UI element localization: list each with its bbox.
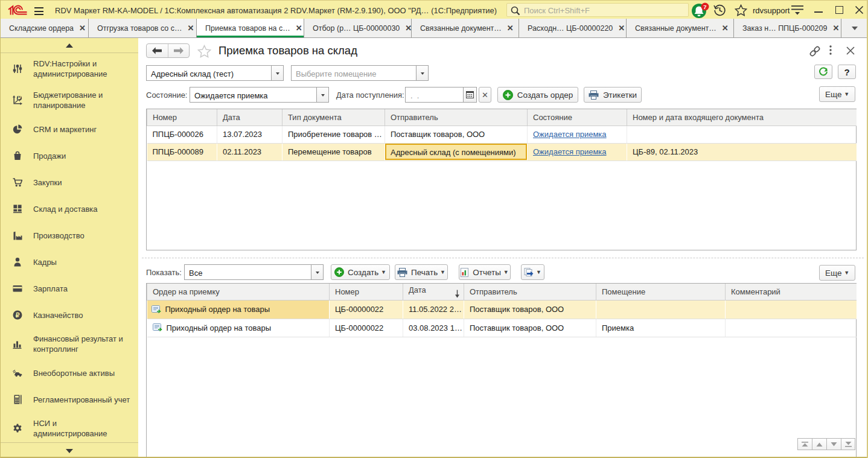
svg-text:₽: ₽ — [16, 311, 20, 319]
svg-text:₽: ₽ — [18, 95, 21, 101]
svg-text:7: 7 — [703, 4, 706, 10]
